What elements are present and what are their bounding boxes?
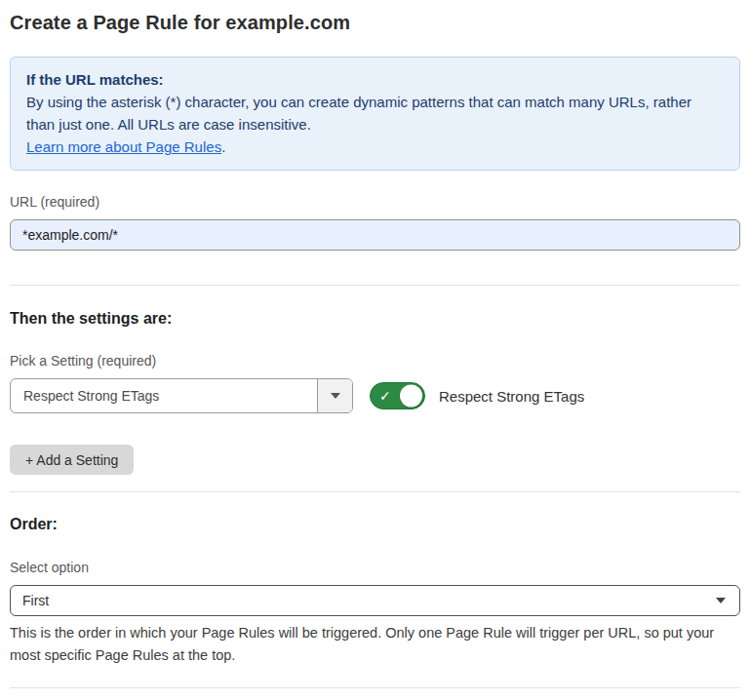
info-box-body: By using the asterisk (*) character, you… [26, 91, 724, 136]
divider [10, 491, 740, 492]
pick-setting-label: Pick a Setting (required) [10, 352, 740, 370]
setting-dropdown-value: Respect Strong ETags [11, 379, 317, 412]
url-field-label: URL (required) [10, 193, 740, 212]
setting-toggle-label: Respect Strong ETags [439, 388, 584, 405]
settings-section-heading: Then the settings are: [10, 308, 740, 329]
divider [10, 285, 740, 286]
checkmark-icon: ✓ [379, 389, 391, 403]
order-section-heading: Order: [10, 514, 740, 534]
caret-down-icon [331, 393, 340, 399]
url-match-info-box: If the URL matches: By using the asteris… [10, 57, 740, 171]
link-period: . [221, 138, 225, 155]
toggle-knob [400, 385, 422, 408]
info-box-heading: If the URL matches: [26, 68, 724, 91]
order-help-text: This is the order in which your Page Rul… [10, 622, 740, 667]
create-page-rule-form: Create a Page Rule for example.com If th… [0, 0, 750, 700]
url-input[interactable] [10, 219, 740, 251]
divider [10, 687, 740, 688]
learn-more-link[interactable]: Learn more about Page Rules [26, 138, 221, 155]
caret-down-icon [716, 598, 726, 603]
setting-toggle[interactable]: ✓ [370, 382, 425, 409]
order-select-label: Select option [10, 559, 740, 577]
order-select-value: First [22, 593, 716, 608]
add-setting-button[interactable]: + Add a Setting [10, 445, 134, 475]
page-title: Create a Page Rule for example.com [10, 10, 740, 35]
info-box-link-line: Learn more about Page Rules. [26, 136, 724, 158]
setting-dropdown-arrow-button[interactable] [317, 379, 352, 412]
order-select[interactable]: First [10, 585, 740, 616]
setting-row: Respect Strong ETags ✓ Respect Strong ET… [10, 378, 740, 413]
setting-dropdown[interactable]: Respect Strong ETags [10, 378, 353, 413]
